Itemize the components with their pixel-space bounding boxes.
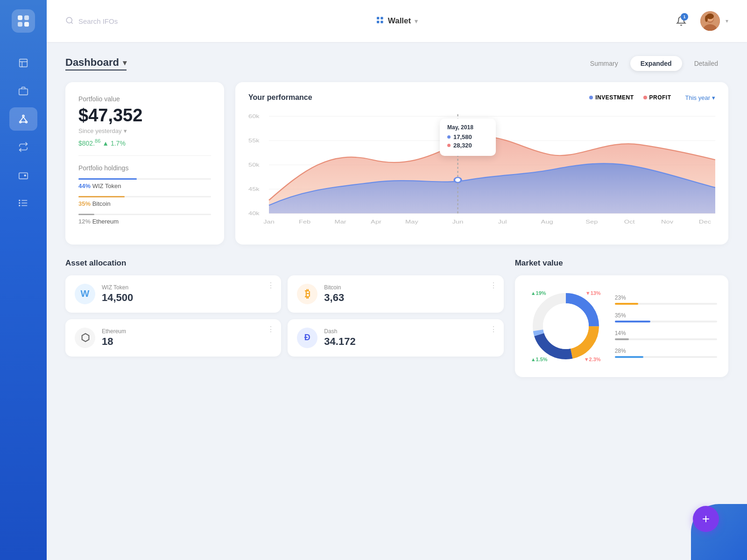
sidebar-item-portfolio[interactable] xyxy=(9,79,37,103)
svg-line-22 xyxy=(71,22,72,23)
market-bar-fill-3 xyxy=(615,338,629,340)
year-selector[interactable]: This year ▾ xyxy=(685,94,715,101)
header-center: Wallet ▾ xyxy=(376,16,418,27)
donut-label-tr: ▼13% xyxy=(585,290,601,296)
market-bar-3: 14% xyxy=(615,330,717,340)
svg-text:Apr: Apr xyxy=(371,219,382,225)
market-value-title: Market value xyxy=(515,259,728,268)
svg-text:Sep: Sep xyxy=(585,219,598,225)
sidebar-item-network[interactable] xyxy=(9,107,37,131)
dash-menu[interactable]: ⋮ xyxy=(490,325,497,334)
svg-text:Nov: Nov xyxy=(661,219,674,225)
eth-icon: ⬡ xyxy=(75,328,95,348)
notification-button[interactable]: 1 xyxy=(671,11,691,31)
search-placeholder[interactable]: Search IFOs xyxy=(78,17,118,25)
svg-text:Oct: Oct xyxy=(624,219,635,225)
svg-rect-2 xyxy=(18,22,22,27)
svg-text:40k: 40k xyxy=(248,210,260,217)
tab-summary[interactable]: Summary xyxy=(580,56,628,71)
asset-card-btc[interactable]: ₿ Bitcoin 3,63 ⋮ xyxy=(288,275,503,313)
notif-badge: 1 xyxy=(681,13,688,21)
user-menu[interactable]: ▾ xyxy=(700,11,728,31)
eth-info: Ethereum 18 xyxy=(102,328,272,348)
tooltip-profit-val: 28,320 xyxy=(453,142,472,149)
svg-point-14 xyxy=(24,175,26,176)
holding-btc: 35% Bitcoin xyxy=(78,196,211,207)
market-bar-4: 28% xyxy=(615,348,717,358)
svg-rect-4 xyxy=(20,59,28,67)
svg-rect-3 xyxy=(24,22,29,27)
donut-label-tl: ▲19% xyxy=(531,290,546,296)
market-bar-2: 35% xyxy=(615,312,717,322)
avatar xyxy=(700,11,720,31)
search-icon xyxy=(65,16,74,26)
svg-text:45k: 45k xyxy=(248,186,260,192)
page-title-chevron[interactable]: ▾ xyxy=(123,58,127,67)
legend-investment-label: INVESTMENT xyxy=(595,94,634,101)
asset-allocation-section: Asset allocation W WIZ Token 14,500 ⋮ ₿ xyxy=(65,259,504,377)
legend-investment: INVESTMENT xyxy=(589,94,634,101)
dash-icon: Ð xyxy=(297,328,317,348)
holding-wiz: 44% WIZ Token xyxy=(78,178,211,189)
content: Dashboard ▾ Summary Expanded Detailed Po… xyxy=(47,42,747,560)
asset-card-wiz[interactable]: W WIZ Token 14,500 ⋮ xyxy=(65,275,281,313)
since-chevron: ▾ xyxy=(124,127,127,134)
asset-card-dash[interactable]: Ð Dash 34.172 ⋮ xyxy=(288,319,503,357)
svg-text:May: May xyxy=(405,219,418,225)
asset-card-eth[interactable]: ⬡ Ethereum 18 ⋮ xyxy=(65,319,281,357)
legend-investment-dot xyxy=(589,96,593,99)
portfolio-value: $47,352 xyxy=(78,105,211,126)
perf-title: Your performance xyxy=(248,93,312,102)
tab-expanded[interactable]: Expanded xyxy=(630,56,682,71)
top-grid: Portfolio value $47,352 Since yesterday … xyxy=(65,82,728,245)
svg-text:Dec: Dec xyxy=(699,219,712,225)
portfolio-card: Portfolio value $47,352 Since yesterday … xyxy=(65,82,224,245)
legend-profit: PROFIT xyxy=(643,94,671,101)
chart-legend: INVESTMENT PROFIT xyxy=(589,94,671,101)
market-bar-fill-2 xyxy=(615,321,651,322)
svg-point-20 xyxy=(19,205,20,206)
donut-chart: ▲19% ▼13% ▲1.5% ▼2.3% xyxy=(526,287,606,366)
sidebar-item-transfer[interactable] xyxy=(9,135,37,159)
perf-header: Your performance INVESTMENT PROFIT xyxy=(248,93,715,102)
tooltip-date: May, 2018 xyxy=(447,124,488,131)
svg-text:Aug: Aug xyxy=(541,219,553,225)
wallet-label[interactable]: Wallet xyxy=(388,16,411,26)
svg-rect-7 xyxy=(19,89,28,95)
portfolio-label: Portfolio value xyxy=(78,95,211,103)
svg-text:50k: 50k xyxy=(248,162,260,168)
user-chevron[interactable]: ▾ xyxy=(726,18,728,24)
performance-card: Your performance INVESTMENT PROFIT xyxy=(235,82,728,245)
holding-eth: 12% Ethereum xyxy=(78,214,211,225)
holdings-list: 44% WIZ Token 35% Bitcoin 12% Ethereum xyxy=(78,178,211,225)
fab-button[interactable]: + xyxy=(693,506,719,532)
performance-chart: May, 2018 17,580 28,320 60k 55 xyxy=(248,109,715,231)
sidebar-item-wallet[interactable] xyxy=(9,163,37,187)
svg-text:60k: 60k xyxy=(248,113,260,119)
market-inner: ▲19% ▼13% ▲1.5% ▼2.3% 23% xyxy=(526,287,717,366)
sidebar-item-list[interactable] xyxy=(9,191,37,215)
market-card: ▲19% ▼13% ▲1.5% ▼2.3% 23% xyxy=(515,275,728,377)
market-bar-fill-1 xyxy=(615,303,638,305)
sidebar-logo[interactable] xyxy=(12,9,35,33)
page-title[interactable]: Dashboard ▾ xyxy=(65,56,127,70)
chart-tooltip: May, 2018 17,580 28,320 xyxy=(440,119,496,156)
svg-point-21 xyxy=(66,17,72,23)
legend-profit-label: PROFIT xyxy=(649,94,671,101)
donut-labels: ▲19% ▼13% ▲1.5% ▼2.3% xyxy=(526,287,606,366)
tab-detailed[interactable]: Detailed xyxy=(684,56,728,71)
btc-menu[interactable]: ⋮ xyxy=(490,281,497,290)
svg-point-8 xyxy=(22,115,24,117)
tooltip-investment-dot xyxy=(447,135,451,139)
svg-rect-23 xyxy=(377,17,379,19)
asset-cards-grid: W WIZ Token 14,500 ⋮ ₿ Bitcoin 3,63 xyxy=(65,275,504,357)
sidebar-item-news[interactable] xyxy=(9,51,37,75)
eth-menu[interactable]: ⋮ xyxy=(267,325,275,334)
wiz-menu[interactable]: ⋮ xyxy=(267,281,275,290)
since-label: Since yesterday ▾ xyxy=(78,127,211,134)
legend-profit-dot xyxy=(643,96,647,99)
wallet-chevron[interactable]: ▾ xyxy=(415,18,418,25)
market-bar-fill-4 xyxy=(615,356,643,358)
bottom-grid: Asset allocation W WIZ Token 14,500 ⋮ ₿ xyxy=(65,259,728,377)
main-area: Search IFOs Wallet ▾ 1 xyxy=(47,0,747,560)
